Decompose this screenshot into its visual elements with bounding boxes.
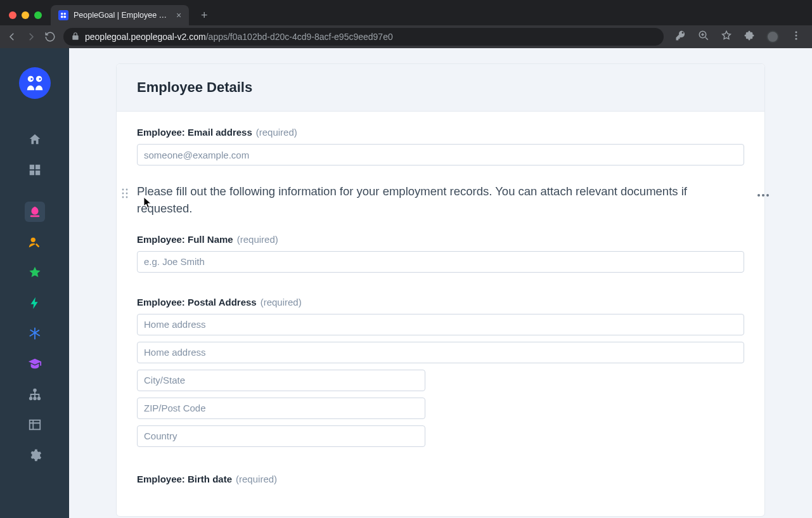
forward-button[interactable] (25, 31, 37, 42)
form-card: Employee Details Employee: Email address… (116, 63, 765, 517)
sidebar-item-org-chart[interactable] (25, 384, 45, 405)
card-header: Employee Details (117, 64, 764, 112)
svg-rect-3 (63, 16, 66, 18)
mac-window-controls (9, 11, 42, 19)
main-content: Employee Details Employee: Email address… (69, 48, 812, 518)
back-button[interactable] (6, 31, 18, 42)
tab-close-icon[interactable]: × (174, 10, 181, 20)
svg-point-27 (122, 197, 124, 198)
postal-city-input[interactable] (137, 370, 425, 391)
svg-point-26 (126, 193, 128, 195)
svg-point-20 (34, 398, 36, 400)
svg-point-7 (796, 38, 797, 40)
postal-addr2-input[interactable] (137, 342, 744, 363)
mac-minimize-button[interactable] (22, 11, 29, 19)
svg-point-11 (39, 78, 41, 80)
page-viewport: Employee Details Employee: Email address… (0, 48, 812, 518)
sidebar-apps-icon[interactable] (25, 160, 45, 180)
tab-favicon (58, 10, 68, 20)
postal-addr1-input[interactable] (137, 314, 744, 335)
fullname-input[interactable] (137, 251, 744, 273)
svg-rect-13 (35, 165, 39, 169)
svg-point-17 (30, 238, 35, 242)
card-body: Employee: Email address (required) Pleas… (117, 112, 764, 516)
svg-rect-12 (29, 165, 34, 169)
new-tab-button[interactable]: + (195, 6, 213, 24)
profile-avatar[interactable] (766, 30, 779, 43)
sidebar-item-settings[interactable] (25, 445, 45, 465)
field-postal: Employee: Postal Address (required) (137, 297, 744, 447)
svg-point-5 (796, 31, 797, 33)
email-input[interactable] (137, 144, 744, 165)
svg-point-30 (762, 194, 764, 197)
svg-rect-2 (61, 16, 63, 18)
browser-address-bar: peoplegoal.peoplegoal-v2.com/apps/f0a102… (0, 25, 812, 48)
label-fullname: Employee: Full Name (required) (137, 234, 744, 245)
reload-button[interactable] (44, 31, 56, 42)
svg-point-6 (796, 35, 797, 37)
sidebar-item-current-app[interactable] (25, 202, 45, 222)
svg-point-1 (64, 13, 66, 15)
lock-icon (71, 32, 80, 42)
label-postal: Employee: Postal Address (required) (137, 297, 744, 308)
svg-point-10 (30, 78, 32, 80)
info-paragraph-row: Please fill out the following informatio… (122, 183, 759, 217)
drag-handle-icon[interactable] (122, 188, 128, 201)
postal-country-input[interactable] (137, 425, 425, 447)
svg-point-19 (29, 398, 32, 400)
label-email: Employee: Email address (required) (137, 127, 744, 138)
page-title: Employee Details (137, 79, 744, 96)
field-email: Employee: Email address (required) (137, 127, 744, 165)
mac-maximize-button[interactable] (34, 11, 42, 19)
field-birthdate: Employee: Birth date (required) (137, 474, 744, 484)
svg-point-24 (126, 189, 128, 191)
svg-point-29 (757, 194, 760, 197)
sidebar-item-table[interactable] (25, 415, 45, 435)
sidebar-item-bolt[interactable] (25, 293, 45, 313)
zoom-icon[interactable] (698, 30, 709, 44)
svg-rect-16 (30, 216, 39, 217)
bookmark-star-icon[interactable] (721, 30, 732, 44)
left-sidebar (0, 48, 69, 518)
mac-close-button[interactable] (9, 11, 16, 19)
label-birthdate: Employee: Birth date (required) (137, 474, 744, 484)
url-input[interactable]: peoplegoal.peoplegoal-v2.com/apps/f0a102… (63, 28, 664, 46)
postal-zip-input[interactable] (137, 398, 425, 419)
postal-stack (137, 314, 744, 447)
svg-point-18 (34, 389, 36, 392)
app-logo[interactable] (19, 67, 51, 99)
extensions-icon[interactable] (744, 30, 755, 44)
svg-point-28 (126, 197, 128, 198)
svg-rect-22 (29, 420, 40, 430)
svg-rect-14 (29, 171, 34, 175)
url-host: peoplegoal.peoplegoal-v2.com/apps/f0a102… (85, 32, 393, 42)
field-fullname: Employee: Full Name (required) (137, 234, 744, 273)
browser-tab-active[interactable]: PeopleGoal | Employee Pre-On × (51, 5, 189, 25)
sidebar-item-star[interactable] (25, 262, 45, 283)
svg-point-25 (122, 193, 124, 195)
sidebar-item-grad-cap[interactable] (25, 354, 45, 374)
svg-point-21 (37, 398, 40, 400)
key-icon[interactable] (675, 30, 686, 44)
svg-rect-15 (35, 171, 39, 175)
browser-tab-strip: PeopleGoal | Employee Pre-On × + (0, 0, 812, 25)
tab-title: PeopleGoal | Employee Pre-On (74, 11, 169, 20)
svg-point-31 (766, 194, 769, 197)
sidebar-item-asterisk[interactable] (25, 323, 45, 344)
svg-point-23 (122, 189, 124, 191)
info-text: Please fill out the following informatio… (137, 183, 744, 217)
chrome-menu-icon[interactable] (790, 30, 802, 44)
sidebar-item-person-edit[interactable] (25, 232, 45, 252)
browser-right-icons (671, 30, 806, 44)
sidebar-home-icon[interactable] (25, 129, 45, 150)
more-options-icon[interactable] (757, 188, 770, 200)
svg-point-0 (61, 13, 63, 15)
